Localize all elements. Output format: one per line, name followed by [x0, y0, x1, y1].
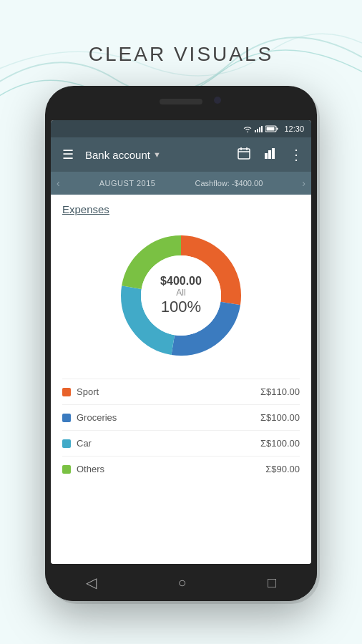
- phone-screen: 12:30 ☰ Bank account ▼: [51, 120, 311, 564]
- bar-chart-icon[interactable]: [260, 146, 280, 163]
- status-time: 12:30: [284, 125, 304, 133]
- legend: Sport Σ$110.00 Groceries Σ$100.00 Car Σ$…: [62, 379, 300, 482]
- toolbar-actions: ⋮: [234, 146, 305, 163]
- legend-name-3: Others: [77, 464, 104, 474]
- svg-rect-7: [238, 149, 250, 159]
- legend-name-2: Car: [77, 438, 92, 449]
- recent-button[interactable]: □: [268, 575, 276, 591]
- legend-value-1: Σ$100.00: [260, 412, 300, 423]
- dropdown-icon[interactable]: ▼: [153, 150, 161, 159]
- back-button[interactable]: ◁: [86, 574, 97, 591]
- legend-item: Groceries Σ$100.00: [62, 404, 300, 430]
- legend-item: Car Σ$100.00: [62, 430, 300, 456]
- svg-point-18: [141, 255, 221, 336]
- next-month-button[interactable]: ›: [302, 177, 305, 189]
- more-icon[interactable]: ⋮: [285, 146, 305, 163]
- legend-value-3: Σ$90.00: [265, 464, 300, 474]
- svg-rect-13: [272, 148, 275, 159]
- donut-wrapper: $400.00 All 100%: [109, 224, 253, 367]
- legend-name-0: Sport: [77, 386, 99, 397]
- legend-item: Others Σ$90.00: [62, 456, 300, 482]
- svg-rect-0: [255, 130, 256, 132]
- phone-speaker: [160, 99, 202, 104]
- legend-value-0: Σ$110.00: [260, 386, 300, 397]
- donut-chart: [109, 224, 253, 367]
- status-bar: 12:30: [51, 120, 311, 137]
- month-label: AUGUST 2015: [99, 179, 156, 187]
- page-title: CLEAR VISUALS: [0, 43, 362, 66]
- chart-container: $400.00 All 100%: [62, 224, 300, 367]
- battery-icon: [265, 125, 278, 132]
- svg-rect-6: [267, 127, 275, 131]
- legend-dot-2: [62, 439, 71, 448]
- legend-item: Sport Σ$110.00: [62, 379, 300, 404]
- legend-left-1: Groceries: [62, 412, 117, 423]
- legend-left-0: Sport: [62, 386, 99, 397]
- svg-rect-3: [261, 126, 263, 132]
- svg-rect-2: [259, 127, 260, 132]
- prev-month-button[interactable]: ‹: [57, 177, 60, 189]
- svg-rect-5: [277, 128, 278, 130]
- menu-icon[interactable]: ☰: [57, 147, 79, 162]
- screen-content: Expenses: [51, 195, 311, 564]
- legend-dot-3: [62, 465, 71, 474]
- signal-icon: [255, 125, 263, 132]
- expenses-title: Expenses: [62, 203, 300, 215]
- svg-rect-1: [257, 129, 258, 132]
- legend-dot-1: [62, 414, 71, 422]
- wifi-icon: [243, 125, 253, 132]
- cashflow-label: Cashflow: -$400.00: [195, 179, 263, 187]
- svg-rect-11: [265, 153, 268, 159]
- toolbar-title-text: Bank account: [85, 149, 150, 161]
- home-button[interactable]: ○: [177, 575, 186, 591]
- phone-camera: [214, 97, 221, 104]
- status-icons: [243, 125, 278, 132]
- svg-rect-12: [268, 150, 271, 159]
- toolbar-title: Bank account ▼: [85, 149, 228, 161]
- legend-dot-0: [62, 388, 71, 396]
- calendar-icon[interactable]: [234, 146, 254, 163]
- legend-left-3: Others: [62, 464, 104, 474]
- phone-frame: 12:30 ☰ Bank account ▼: [45, 86, 317, 601]
- legend-name-1: Groceries: [77, 412, 117, 423]
- legend-value-2: Σ$100.00: [260, 438, 300, 449]
- toolbar: ☰ Bank account ▼: [51, 137, 311, 172]
- date-nav: ‹ AUGUST 2015 Cashflow: -$400.00 ›: [51, 172, 311, 195]
- bottom-nav: ◁ ○ □: [45, 564, 317, 601]
- legend-left-2: Car: [62, 438, 92, 449]
